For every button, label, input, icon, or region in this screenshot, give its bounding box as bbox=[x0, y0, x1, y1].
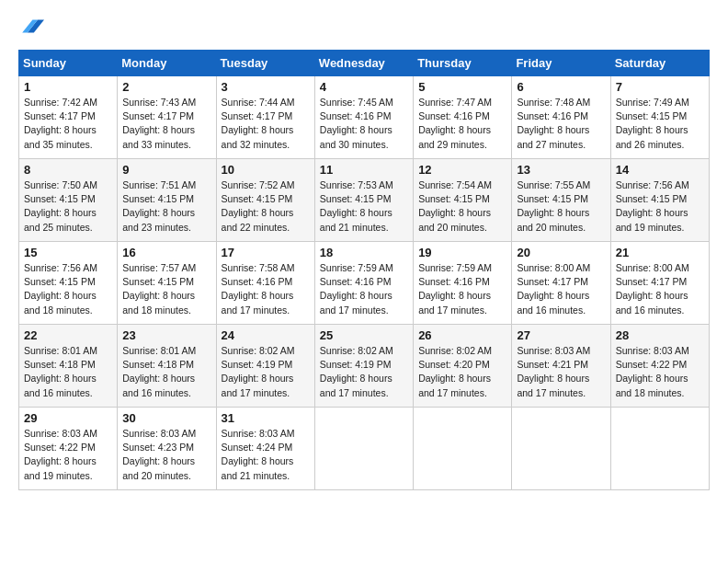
weekday-header-cell: Monday bbox=[118, 51, 216, 76]
calendar-day-cell: 12Sunrise: 7:54 AMSunset: 4:15 PMDayligh… bbox=[414, 159, 512, 242]
day-number: 26 bbox=[418, 328, 506, 342]
calendar-day-cell: 24Sunrise: 8:02 AMSunset: 4:19 PMDayligh… bbox=[216, 325, 314, 408]
day-info: Sunrise: 8:01 AMSunset: 4:18 PMDaylight:… bbox=[122, 344, 210, 400]
day-info: Sunrise: 7:43 AMSunset: 4:17 PMDaylight:… bbox=[122, 96, 210, 152]
calendar-day-cell: 25Sunrise: 8:02 AMSunset: 4:19 PMDayligh… bbox=[314, 325, 413, 408]
calendar-day-cell: 31Sunrise: 8:03 AMSunset: 4:24 PMDayligh… bbox=[216, 408, 314, 490]
calendar-day-cell: 29Sunrise: 8:03 AMSunset: 4:22 PMDayligh… bbox=[19, 408, 118, 490]
calendar-day-cell: 27Sunrise: 8:03 AMSunset: 4:21 PMDayligh… bbox=[512, 325, 610, 408]
day-number: 1 bbox=[24, 80, 112, 94]
day-info: Sunrise: 7:56 AMSunset: 4:15 PMDaylight:… bbox=[24, 261, 112, 317]
calendar-day-cell: 11Sunrise: 7:53 AMSunset: 4:15 PMDayligh… bbox=[314, 159, 413, 242]
day-info: Sunrise: 8:03 AMSunset: 4:24 PMDaylight:… bbox=[222, 427, 310, 483]
day-number: 25 bbox=[320, 328, 408, 342]
calendar-week-row: 22Sunrise: 8:01 AMSunset: 4:18 PMDayligh… bbox=[19, 325, 710, 408]
calendar-body: 1Sunrise: 7:42 AMSunset: 4:17 PMDaylight… bbox=[19, 76, 710, 490]
day-number: 28 bbox=[616, 328, 704, 342]
day-info: Sunrise: 8:02 AMSunset: 4:19 PMDaylight:… bbox=[320, 344, 408, 400]
day-number: 22 bbox=[24, 328, 112, 342]
day-info: Sunrise: 7:52 AMSunset: 4:15 PMDaylight:… bbox=[222, 178, 310, 235]
calendar-day-cell: 14Sunrise: 7:56 AMSunset: 4:15 PMDayligh… bbox=[610, 159, 709, 242]
day-info: Sunrise: 7:51 AMSunset: 4:15 PMDaylight:… bbox=[122, 178, 210, 235]
calendar-day-cell bbox=[314, 408, 413, 490]
day-info: Sunrise: 8:02 AMSunset: 4:19 PMDaylight:… bbox=[222, 344, 310, 400]
weekday-header-cell: Tuesday bbox=[216, 51, 314, 76]
weekday-header-cell: Friday bbox=[512, 51, 610, 76]
calendar-day-cell: 26Sunrise: 8:02 AMSunset: 4:20 PMDayligh… bbox=[414, 325, 512, 408]
weekday-header-cell: Saturday bbox=[610, 51, 709, 76]
day-number: 9 bbox=[122, 163, 210, 177]
day-number: 11 bbox=[320, 163, 408, 177]
calendar-day-cell: 4Sunrise: 7:45 AMSunset: 4:16 PMDaylight… bbox=[314, 76, 413, 159]
calendar-day-cell: 19Sunrise: 7:59 AMSunset: 4:16 PMDayligh… bbox=[414, 242, 512, 325]
day-info: Sunrise: 8:00 AMSunset: 4:17 PMDaylight:… bbox=[616, 261, 704, 317]
day-number: 27 bbox=[517, 328, 605, 342]
calendar-day-cell: 18Sunrise: 7:59 AMSunset: 4:16 PMDayligh… bbox=[314, 242, 413, 325]
day-info: Sunrise: 8:02 AMSunset: 4:20 PMDaylight:… bbox=[418, 344, 506, 400]
calendar-table: SundayMondayTuesdayWednesdayThursdayFrid… bbox=[18, 50, 710, 490]
day-info: Sunrise: 7:56 AMSunset: 4:15 PMDaylight:… bbox=[616, 178, 704, 235]
calendar-week-row: 1Sunrise: 7:42 AMSunset: 4:17 PMDaylight… bbox=[19, 76, 710, 159]
day-number: 19 bbox=[418, 246, 506, 259]
calendar-week-row: 8Sunrise: 7:50 AMSunset: 4:15 PMDaylight… bbox=[19, 159, 710, 242]
calendar-day-cell: 17Sunrise: 7:58 AMSunset: 4:16 PMDayligh… bbox=[216, 242, 314, 325]
day-info: Sunrise: 7:55 AMSunset: 4:15 PMDaylight:… bbox=[517, 178, 605, 235]
calendar-day-cell: 1Sunrise: 7:42 AMSunset: 4:17 PMDaylight… bbox=[19, 76, 118, 159]
day-number: 29 bbox=[24, 411, 112, 425]
day-info: Sunrise: 7:53 AMSunset: 4:15 PMDaylight:… bbox=[320, 178, 408, 235]
day-number: 20 bbox=[517, 246, 605, 259]
page: SundayMondayTuesdayWednesdayThursdayFrid… bbox=[0, 0, 728, 505]
calendar-day-cell: 20Sunrise: 8:00 AMSunset: 4:17 PMDayligh… bbox=[512, 242, 610, 325]
day-info: Sunrise: 8:00 AMSunset: 4:17 PMDaylight:… bbox=[517, 261, 605, 317]
header bbox=[18, 15, 710, 40]
day-number: 13 bbox=[517, 163, 605, 177]
day-number: 23 bbox=[122, 328, 210, 342]
day-info: Sunrise: 7:48 AMSunset: 4:16 PMDaylight:… bbox=[517, 96, 605, 152]
calendar-day-cell: 2Sunrise: 7:43 AMSunset: 4:17 PMDaylight… bbox=[118, 76, 216, 159]
day-info: Sunrise: 7:54 AMSunset: 4:15 PMDaylight:… bbox=[418, 178, 506, 235]
calendar-week-row: 15Sunrise: 7:56 AMSunset: 4:15 PMDayligh… bbox=[19, 242, 710, 325]
logo bbox=[18, 15, 46, 40]
day-number: 31 bbox=[222, 411, 310, 425]
calendar-day-cell: 23Sunrise: 8:01 AMSunset: 4:18 PMDayligh… bbox=[118, 325, 216, 408]
calendar-day-cell: 7Sunrise: 7:49 AMSunset: 4:15 PMDaylight… bbox=[610, 76, 709, 159]
day-info: Sunrise: 7:50 AMSunset: 4:15 PMDaylight:… bbox=[24, 178, 112, 235]
day-number: 14 bbox=[616, 163, 704, 177]
day-number: 21 bbox=[616, 246, 704, 259]
day-number: 18 bbox=[320, 246, 408, 259]
day-number: 2 bbox=[122, 80, 210, 94]
calendar-day-cell: 8Sunrise: 7:50 AMSunset: 4:15 PMDaylight… bbox=[19, 159, 118, 242]
weekday-header-cell: Wednesday bbox=[314, 51, 413, 76]
calendar-day-cell: 21Sunrise: 8:00 AMSunset: 4:17 PMDayligh… bbox=[610, 242, 709, 325]
day-number: 5 bbox=[418, 80, 506, 94]
calendar-day-cell: 5Sunrise: 7:47 AMSunset: 4:16 PMDaylight… bbox=[414, 76, 512, 159]
day-number: 16 bbox=[122, 246, 210, 259]
day-info: Sunrise: 8:03 AMSunset: 4:21 PMDaylight:… bbox=[517, 344, 605, 400]
day-info: Sunrise: 7:42 AMSunset: 4:17 PMDaylight:… bbox=[24, 96, 112, 152]
day-number: 30 bbox=[122, 411, 210, 425]
day-info: Sunrise: 7:47 AMSunset: 4:16 PMDaylight:… bbox=[418, 96, 506, 152]
day-number: 15 bbox=[24, 246, 112, 259]
weekday-header-row: SundayMondayTuesdayWednesdayThursdayFrid… bbox=[19, 51, 710, 76]
calendar-day-cell: 3Sunrise: 7:44 AMSunset: 4:17 PMDaylight… bbox=[216, 76, 314, 159]
calendar-day-cell: 28Sunrise: 8:03 AMSunset: 4:22 PMDayligh… bbox=[610, 325, 709, 408]
day-number: 12 bbox=[418, 163, 506, 177]
day-info: Sunrise: 8:03 AMSunset: 4:22 PMDaylight:… bbox=[24, 427, 112, 483]
day-info: Sunrise: 7:58 AMSunset: 4:16 PMDaylight:… bbox=[222, 261, 310, 317]
calendar-day-cell: 15Sunrise: 7:56 AMSunset: 4:15 PMDayligh… bbox=[19, 242, 118, 325]
day-number: 3 bbox=[222, 80, 310, 94]
day-number: 6 bbox=[517, 80, 605, 94]
day-info: Sunrise: 8:01 AMSunset: 4:18 PMDaylight:… bbox=[24, 344, 112, 400]
day-number: 24 bbox=[222, 328, 310, 342]
calendar-week-row: 29Sunrise: 8:03 AMSunset: 4:22 PMDayligh… bbox=[19, 408, 710, 490]
day-info: Sunrise: 7:57 AMSunset: 4:15 PMDaylight:… bbox=[122, 261, 210, 317]
calendar-day-cell: 10Sunrise: 7:52 AMSunset: 4:15 PMDayligh… bbox=[216, 159, 314, 242]
day-number: 4 bbox=[320, 80, 408, 94]
calendar-day-cell: 13Sunrise: 7:55 AMSunset: 4:15 PMDayligh… bbox=[512, 159, 610, 242]
day-info: Sunrise: 8:03 AMSunset: 4:22 PMDaylight:… bbox=[616, 344, 704, 400]
calendar-day-cell: 9Sunrise: 7:51 AMSunset: 4:15 PMDaylight… bbox=[118, 159, 216, 242]
calendar-day-cell: 22Sunrise: 8:01 AMSunset: 4:18 PMDayligh… bbox=[19, 325, 118, 408]
logo-icon bbox=[18, 15, 44, 40]
calendar-day-cell: 16Sunrise: 7:57 AMSunset: 4:15 PMDayligh… bbox=[118, 242, 216, 325]
day-info: Sunrise: 7:49 AMSunset: 4:15 PMDaylight:… bbox=[616, 96, 704, 152]
